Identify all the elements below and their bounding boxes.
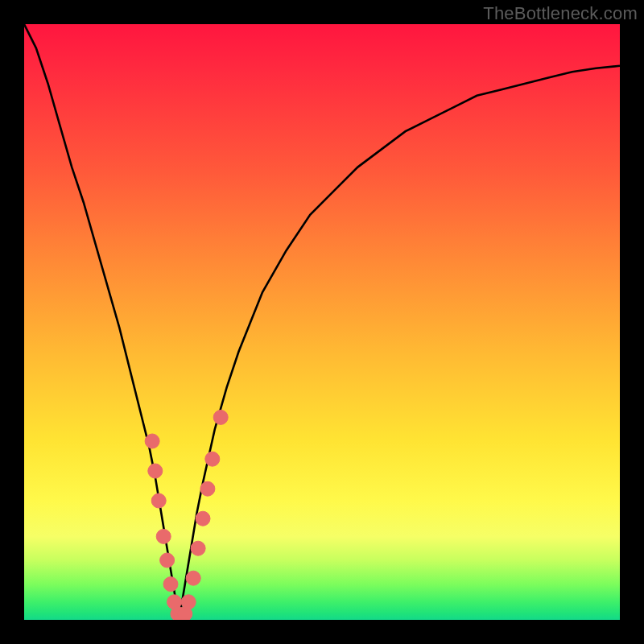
curve-markers bbox=[145, 410, 228, 620]
v-curve-path bbox=[24, 24, 620, 620]
curve-marker bbox=[200, 481, 215, 496]
curve-marker bbox=[196, 511, 210, 526]
curve-marker bbox=[151, 493, 166, 508]
curve-marker bbox=[160, 553, 175, 568]
curve-marker bbox=[145, 434, 159, 448]
curve-marker bbox=[181, 595, 196, 609]
chart-frame: TheBottleneck.com bbox=[0, 0, 644, 644]
curve-marker bbox=[205, 452, 220, 466]
curve-marker bbox=[213, 410, 228, 424]
bottleneck-curve bbox=[24, 24, 620, 620]
curve-marker bbox=[156, 529, 171, 543]
curve-marker bbox=[186, 571, 200, 585]
curve-marker bbox=[163, 577, 178, 592]
gradient-plot-area bbox=[24, 24, 620, 620]
curve-marker bbox=[148, 464, 163, 478]
curve-marker bbox=[191, 541, 205, 555]
watermark-text: TheBottleneck.com bbox=[483, 3, 638, 24]
